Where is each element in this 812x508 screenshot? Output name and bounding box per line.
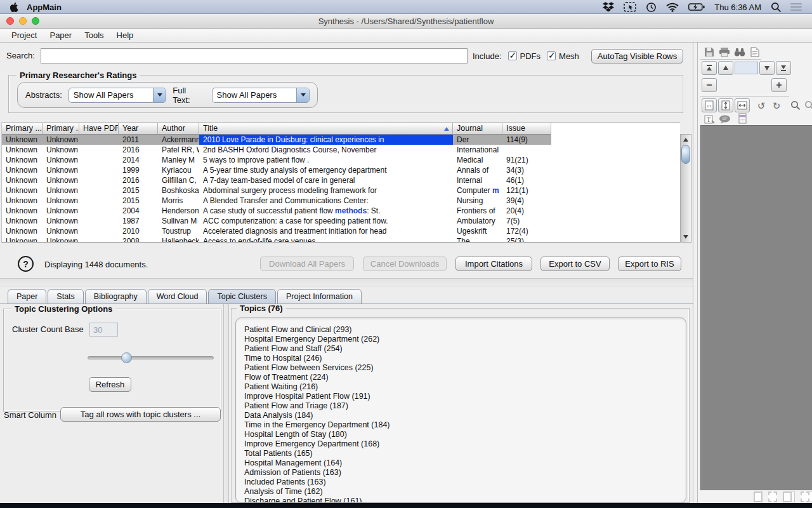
topic-item[interactable]: Hospital Emergency Department (262) xyxy=(244,335,686,344)
window-titlebar[interactable]: Synthesis - /Users/Shared/Synthesis/pati… xyxy=(0,14,812,29)
spotlight-search-icon[interactable] xyxy=(771,2,781,12)
search-input[interactable] xyxy=(41,48,468,64)
app-menu-item-paper[interactable]: Paper xyxy=(44,30,77,40)
outline-document-icon[interactable] xyxy=(735,111,750,125)
slider-knob[interactable] xyxy=(121,352,132,363)
topic-item[interactable]: Discharge and Patient Flow (161) xyxy=(244,497,686,503)
cancel-downloads-button[interactable]: Cancel Downloads xyxy=(363,257,447,271)
split-pane-divider[interactable] xyxy=(223,304,229,503)
column-header-journal-6[interactable]: Journal xyxy=(453,123,502,135)
text-select-icon[interactable]: T xyxy=(702,112,717,126)
topic-item[interactable]: Data Analysis (184) xyxy=(244,411,686,420)
app-menu-item-project[interactable]: Project xyxy=(6,30,42,40)
facing-pages-icon[interactable] xyxy=(783,491,792,502)
abstracts-dropdown[interactable]: Show All Papers xyxy=(69,88,166,103)
scroll-down-icon[interactable] xyxy=(681,232,691,241)
column-header-year-3[interactable]: Year xyxy=(119,123,158,135)
first-page-icon[interactable] xyxy=(702,61,717,75)
topic-item[interactable]: Total Patients (165) xyxy=(244,449,686,458)
cluster-count-field[interactable] xyxy=(89,323,118,337)
column-header-title-5[interactable]: Title xyxy=(199,123,453,135)
tab-topic-clusters[interactable]: Topic Clusters xyxy=(208,289,276,304)
last-page-icon[interactable] xyxy=(776,61,791,75)
table-row[interactable]: UnknownUnknown2016Gilfillan C,A 7-day te… xyxy=(2,175,680,185)
scroll-up-icon[interactable] xyxy=(681,135,691,144)
pdfs-checkbox-group[interactable]: ✓ PDFs xyxy=(508,51,541,61)
actual-size-icon[interactable]: 1:1 xyxy=(702,98,717,112)
app-menu-item-tools[interactable]: Tools xyxy=(79,30,108,40)
time-machine-icon[interactable] xyxy=(646,2,657,13)
topic-item[interactable]: Admission of Patients (163) xyxy=(244,468,686,478)
menu-list-icon[interactable] xyxy=(790,3,802,11)
table-row[interactable]: UnknownUnknown2004HendersonA case study … xyxy=(2,206,680,216)
next-page-icon[interactable] xyxy=(759,61,775,75)
zoom-dynamic-icon[interactable] xyxy=(802,98,812,112)
export-to-csv-button[interactable]: Export to CSV xyxy=(540,257,610,271)
zoom-marquee-icon[interactable] xyxy=(788,98,803,112)
scrollbar-knob[interactable] xyxy=(681,145,690,164)
print-icon[interactable] xyxy=(717,45,732,59)
topic-item[interactable]: Improve Hospital Patient Flow (191) xyxy=(244,392,686,401)
refresh-button[interactable]: Refresh xyxy=(89,377,131,392)
facing-pages-continuous-icon[interactable] xyxy=(801,491,809,502)
screen-sharing-icon[interactable] xyxy=(624,2,636,12)
dropbox-icon[interactable] xyxy=(603,2,614,12)
export-to-ris-button[interactable]: Export to RIS xyxy=(618,257,681,271)
annotation-icon[interactable] xyxy=(717,112,732,126)
main-pdf-divider[interactable] xyxy=(693,43,698,508)
table-row[interactable]: UnknownUnknown1987Sullivan MACC computer… xyxy=(2,216,680,226)
import-citations-button[interactable]: Import Citations xyxy=(455,257,532,271)
apple-logo-icon[interactable] xyxy=(10,3,18,12)
topic-item[interactable]: Hospital Length of Stay (180) xyxy=(244,430,686,439)
table-row[interactable]: UnknownUnknown2014Manley M5 ways to impr… xyxy=(2,155,680,165)
mesh-checkbox-group[interactable]: ✓ Mesh xyxy=(547,51,579,61)
table-scrollbar[interactable] xyxy=(680,134,691,243)
topic-item[interactable]: Patient Waiting (216) xyxy=(244,382,686,392)
topic-item[interactable]: Hospital Management (164) xyxy=(244,458,686,468)
fulltext-dropdown[interactable]: Show All Papers xyxy=(212,88,310,103)
single-page-icon[interactable] xyxy=(754,491,763,502)
search-binoculars-icon[interactable] xyxy=(732,45,747,59)
tab-stats[interactable]: Stats xyxy=(48,289,84,304)
table-row[interactable]: UnknownUnknown2015MorrisA Blended Transf… xyxy=(2,196,680,206)
tab-word-cloud[interactable]: Word Cloud xyxy=(148,289,207,304)
tab-paper[interactable]: Paper xyxy=(8,289,46,304)
fit-height-icon[interactable] xyxy=(718,98,733,112)
autotag-visible-rows-button[interactable]: AutoTag Visible Rows xyxy=(591,49,683,64)
table-row[interactable]: UnknownUnknown2011Ackermann2010 Love Par… xyxy=(2,135,680,145)
close-window-button[interactable] xyxy=(6,17,14,25)
topic-item[interactable]: Patient Flow between Services (225) xyxy=(244,363,686,373)
minimize-window-button[interactable] xyxy=(19,17,27,25)
zoom-in-icon[interactable]: + xyxy=(771,78,787,92)
column-header-author-4[interactable]: Author xyxy=(158,123,199,135)
topic-item[interactable]: Patient Flow and Clinical (293) xyxy=(244,325,686,335)
page-number-field[interactable] xyxy=(735,62,758,74)
topic-item[interactable]: Patient Flow and Staff (254) xyxy=(244,344,686,354)
zoom-window-button[interactable] xyxy=(32,17,39,25)
table-row[interactable]: UnknownUnknown2015BoshkoskaAbdominal sur… xyxy=(2,185,680,196)
mesh-checkbox[interactable]: ✓ xyxy=(547,51,556,60)
wifi-icon[interactable] xyxy=(666,3,679,12)
table-row[interactable]: UnknownUnknown1999KyriacouA 5-year time … xyxy=(2,165,680,175)
table-row[interactable]: UnknownUnknown2008HallenbeckAccess to en… xyxy=(2,236,680,243)
topic-item[interactable]: Included Patients (163) xyxy=(244,478,686,487)
pdf-viewer-area[interactable] xyxy=(700,125,812,490)
fit-width-icon[interactable] xyxy=(735,98,750,112)
tab-bibliography[interactable]: Bibliography xyxy=(85,289,147,304)
topic-item[interactable]: Patient Flow and Triage (187) xyxy=(244,401,686,411)
tab-project-information[interactable]: Project Information xyxy=(277,289,362,304)
rotate-left-icon[interactable]: ↺ xyxy=(754,98,769,112)
topic-item[interactable]: Analysis of Time (162) xyxy=(244,487,686,497)
table-row[interactable]: UnknownUnknown2016Patel RR, Wh2nd BASHH … xyxy=(2,145,680,155)
topic-item[interactable]: Improve Emergency Department (168) xyxy=(244,439,686,449)
rotate-right-icon[interactable]: ↻ xyxy=(769,98,784,112)
column-header-issue-7[interactable]: Issue xyxy=(502,123,551,135)
table-row[interactable]: UnknownUnknown2010ToustrupAccelerated di… xyxy=(2,226,680,236)
single-page-continuous-icon[interactable] xyxy=(768,491,777,502)
battery-charging-icon[interactable] xyxy=(688,3,705,11)
download-all-papers-button[interactable]: Download All Papers xyxy=(260,257,354,271)
tag-all-rows-button[interactable]: Tag all rows with topic clusters ... xyxy=(60,407,221,422)
menubar-clock[interactable]: Thu 6:36 AM xyxy=(714,3,761,12)
document-properties-icon[interactable] xyxy=(747,45,763,59)
column-header-primary-1[interactable]: Primary ... xyxy=(43,123,79,135)
